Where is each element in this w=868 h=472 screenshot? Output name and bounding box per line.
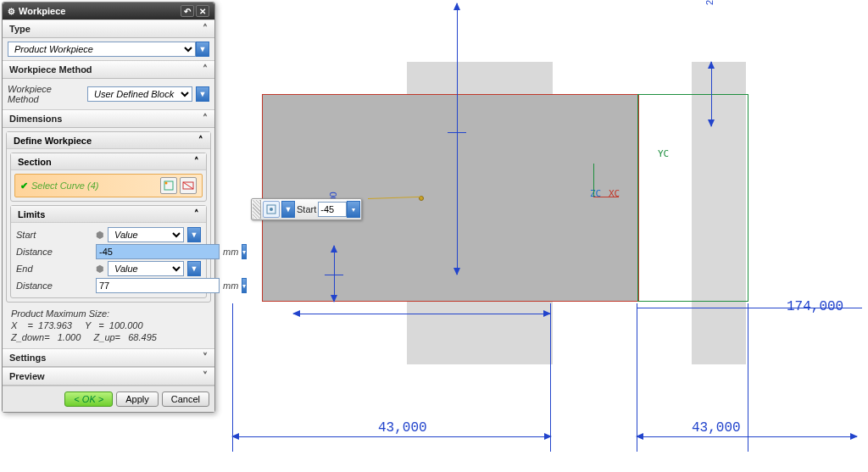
- dim-43-right-line: [637, 436, 857, 437]
- workpiece-bounds: [637, 94, 748, 302]
- start-dist-label: Distance: [16, 247, 92, 257]
- grip-icon[interactable]: [253, 200, 261, 219]
- dialog-title: Workpiece: [19, 6, 179, 16]
- define-label: Define Workpiece: [14, 136, 92, 146]
- type-header[interactable]: Type ˄: [3, 19, 214, 38]
- limits-group: Limits ˄ Start ⬢ Value ▼ Distance mm ▾: [10, 205, 207, 298]
- float-start-label: Start: [297, 204, 316, 214]
- limits-label: Limits: [18, 209, 45, 219]
- svg-line-3: [183, 182, 193, 189]
- zc-axis-label: ZC: [590, 188, 601, 199]
- chevron-up-icon: ˄: [194, 208, 199, 219]
- method-body: Workpiece Method User Defined Block ▼: [3, 79, 214, 109]
- chevron-up-icon: ˄: [198, 135, 203, 146]
- settings-header[interactable]: Settings ˅: [3, 348, 214, 367]
- apply-button[interactable]: Apply: [116, 391, 159, 407]
- dropdown-icon[interactable]: ▼: [196, 42, 209, 57]
- end-type-select[interactable]: Value: [108, 261, 184, 276]
- define-workpiece-group: Define Workpiece ˄ Section ˄ ✔ Select Cu…: [6, 131, 211, 303]
- dim-100-label: 100,000: [448, 0, 463, 3]
- select-curve-label: Select Curve (4): [31, 180, 158, 191]
- undo-button[interactable]: ↶: [181, 5, 194, 17]
- chevron-up-icon: ˄: [203, 23, 208, 35]
- ok-button[interactable]: < OK >: [64, 391, 113, 407]
- dimensions-label: Dimensions: [9, 114, 62, 124]
- preview-header[interactable]: Preview ˅: [3, 367, 214, 386]
- dim-43-right-label: 43,000: [692, 420, 741, 436]
- start-label: Start: [16, 230, 92, 240]
- start-float-widget[interactable]: ▼ Start ▾: [251, 198, 362, 220]
- graphics-area[interactable]: YC ZC XC 100,000 20,000 174,000 20,000 4…: [217, 0, 868, 472]
- xc-axis-label: XC: [609, 188, 620, 199]
- method-header[interactable]: Workpiece Method ˄: [3, 60, 214, 79]
- titlebar[interactable]: ⚙ Workpiece ↶ ✕: [3, 3, 214, 19]
- end-label: End: [16, 264, 92, 274]
- value-icon[interactable]: [263, 201, 280, 218]
- end-dist-label: Distance: [16, 280, 92, 291]
- curve-rule-icon[interactable]: [180, 177, 197, 194]
- method-label: Workpiece Method: [9, 64, 92, 75]
- define-header[interactable]: Define Workpiece ˄: [7, 132, 210, 149]
- type-select[interactable]: Product Workpiece: [8, 42, 196, 57]
- start-type-select[interactable]: Value: [108, 227, 184, 242]
- dim-43-left-line2: [232, 436, 551, 437]
- end-distance-input[interactable]: [96, 278, 220, 293]
- float-start-input[interactable]: [318, 202, 347, 217]
- type-body: Product Workpiece ▼: [3, 38, 214, 60]
- cancel-button[interactable]: Cancel: [162, 391, 209, 407]
- dropdown-icon[interactable]: ▼: [187, 227, 201, 242]
- dim-20-top-label: 20,000: [702, 0, 717, 5]
- dim-100: [457, 3, 458, 275]
- svg-point-1: [165, 182, 168, 185]
- button-row: < OK > Apply Cancel: [3, 386, 214, 412]
- dropdown-icon[interactable]: ▼: [196, 86, 209, 102]
- check-icon: ✔: [20, 180, 28, 192]
- chevron-up-icon: ˄: [203, 113, 208, 125]
- chevron-up-icon: ˄: [203, 64, 208, 75]
- dim-174-label: 174,000: [787, 299, 843, 314]
- dropdown-icon[interactable]: ▼: [281, 201, 295, 218]
- method-field-label: Workpiece Method: [8, 84, 84, 104]
- section-group: Section ˄ ✔ Select Curve (4): [10, 153, 207, 202]
- gear-icon: ⚙: [8, 7, 15, 16]
- settings-label: Settings: [9, 353, 46, 363]
- spinner-icon[interactable]: ▾: [347, 201, 360, 218]
- sketch-icon[interactable]: [160, 177, 177, 194]
- select-curve-row[interactable]: ✔ Select Curve (4): [14, 174, 203, 197]
- dropdown-icon[interactable]: ▼: [187, 261, 201, 276]
- workpiece-dialog: ⚙ Workpiece ↶ ✕ Type ˄ Product Workpiece…: [2, 2, 215, 413]
- dim-43-left-label: 43,000: [378, 420, 427, 436]
- section-label: Section: [18, 157, 52, 167]
- chevron-down-icon: ˅: [203, 352, 208, 364]
- dim-20-top: [711, 62, 712, 126]
- yc-axis-label: YC: [658, 148, 669, 159]
- svg-point-5: [270, 208, 273, 211]
- type-label: Type: [9, 24, 31, 34]
- chevron-up-icon: ˄: [194, 156, 199, 167]
- dimensions-header[interactable]: Dimensions ˄: [3, 109, 214, 128]
- start-distance-input[interactable]: [96, 244, 220, 259]
- chevron-down-icon: ˅: [203, 370, 208, 382]
- dim-43-left: [293, 314, 550, 314]
- close-button[interactable]: ✕: [196, 5, 209, 17]
- dimensions-body: Define Workpiece ˄ Section ˄ ✔ Select Cu…: [3, 128, 214, 348]
- product-max-size: Product Maximum Size: X = 173.963 Y = 10…: [4, 304, 213, 347]
- preview-label: Preview: [9, 371, 45, 381]
- method-select[interactable]: User Defined Block: [87, 86, 192, 102]
- dim-20-bottom: [334, 246, 335, 302]
